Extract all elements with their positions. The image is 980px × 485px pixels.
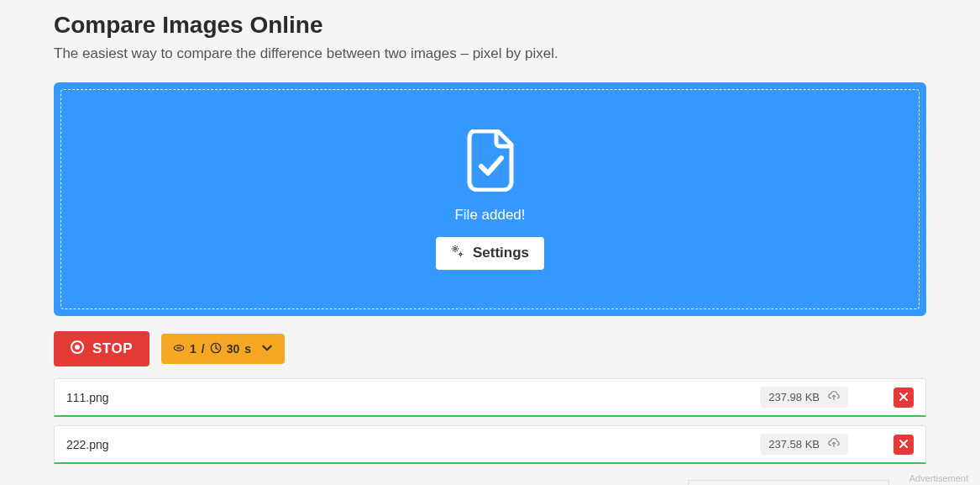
close-icon	[899, 438, 908, 451]
settings-button[interactable]: Settings	[436, 237, 544, 270]
chevron-down-icon	[261, 342, 273, 356]
file-size-text: 237.98 KB	[768, 391, 820, 403]
close-icon	[899, 391, 908, 403]
gears-icon	[451, 245, 464, 262]
advertisement-label: Advertisement	[909, 473, 968, 483]
file-row: 111.png 237.98 KB	[54, 378, 926, 417]
page-title: Compare Images Online	[54, 12, 926, 39]
svg-line-6	[457, 250, 458, 251]
svg-point-0	[454, 247, 457, 250]
page-subtitle: The easiest way to compare the differenc…	[54, 45, 926, 62]
file-size-text: 237.58 KB	[768, 438, 820, 451]
duration-value: 30	[227, 342, 240, 356]
stop-circle-icon	[71, 340, 84, 358]
svg-line-20	[216, 348, 218, 350]
duration-dropdown[interactable]: 1 / 30 s	[161, 334, 285, 364]
advertisement-box	[688, 480, 889, 485]
dropzone[interactable]: File added!	[54, 82, 926, 316]
upload-cloud-icon	[828, 390, 840, 404]
link-icon	[173, 342, 185, 356]
svg-line-5	[453, 246, 453, 247]
file-row: 222.png 237.58 KB	[54, 425, 926, 464]
svg-point-15	[75, 345, 80, 350]
stop-button-label: STOP	[92, 340, 133, 357]
file-name: 111.png	[66, 391, 760, 404]
dropzone-status-text: File added!	[454, 207, 525, 224]
file-size-badge: 237.98 KB	[760, 387, 848, 408]
settings-button-label: Settings	[473, 245, 529, 261]
dropzone-inner: File added!	[60, 89, 920, 309]
file-check-icon	[464, 129, 516, 195]
file-name: 222.png	[66, 438, 760, 451]
duration-unit: s	[244, 342, 251, 356]
count-value: 1	[190, 342, 197, 356]
delete-file-button[interactable]	[894, 387, 914, 408]
svg-point-9	[459, 253, 461, 255]
svg-line-8	[453, 250, 453, 251]
upload-cloud-icon	[828, 437, 840, 451]
svg-line-7	[457, 246, 458, 247]
count-separator: /	[202, 342, 205, 356]
file-list: 111.png 237.98 KB	[54, 378, 926, 464]
clock-icon	[210, 342, 222, 356]
controls-row: STOP 1 / 30 s	[54, 331, 926, 366]
delete-file-button[interactable]	[894, 435, 914, 455]
stop-button[interactable]: STOP	[54, 331, 149, 366]
file-size-badge: 237.58 KB	[760, 434, 848, 455]
